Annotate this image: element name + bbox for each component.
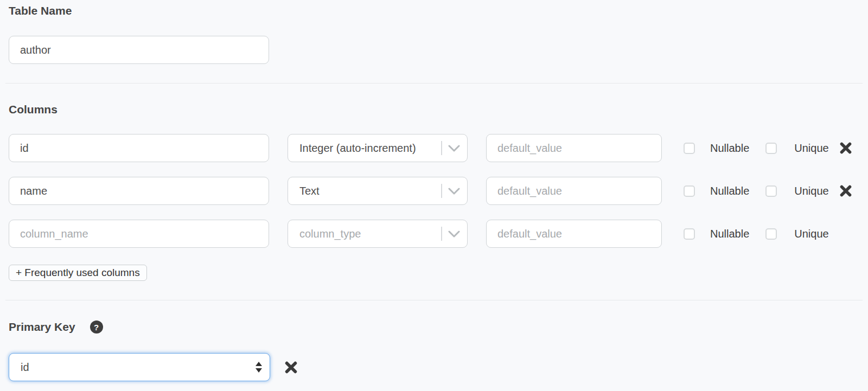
unique-checkbox[interactable] <box>765 143 777 154</box>
column-type-value: Text <box>299 185 320 197</box>
default-value-input[interactable] <box>486 177 662 205</box>
x-cross-icon <box>839 184 853 197</box>
table-name-heading: Table Name <box>0 4 868 17</box>
column-name-input[interactable] <box>9 177 269 205</box>
section-divider <box>5 83 863 84</box>
unique-checkbox[interactable] <box>765 228 777 240</box>
nullable-label[interactable]: Nullable <box>710 185 749 197</box>
chevron-down-icon <box>448 145 460 152</box>
column-type-dropdown[interactable]: column_type <box>288 220 468 248</box>
dropdown-separator <box>441 141 442 155</box>
remove-column-button[interactable] <box>839 184 853 197</box>
column-row: column_type Nullable Unique <box>9 220 868 248</box>
column-rows: Integer (auto-increment) Nullable Unique… <box>9 134 868 248</box>
nullable-checkbox[interactable] <box>684 185 695 197</box>
column-type-dropdown[interactable]: Text <box>288 177 468 205</box>
column-name-input[interactable] <box>9 134 269 162</box>
primary-key-select[interactable]: id <box>9 353 270 381</box>
primary-key-heading-row: Primary Key ? <box>0 321 868 334</box>
default-value-input[interactable] <box>486 134 662 162</box>
column-type-dropdown[interactable]: Integer (auto-increment) <box>288 134 468 162</box>
select-up-down-arrows-icon <box>256 362 262 373</box>
dropdown-separator <box>441 227 442 241</box>
primary-key-heading: Primary Key <box>9 321 75 334</box>
primary-key-row: id <box>9 353 868 381</box>
column-name-input[interactable] <box>9 220 269 248</box>
frequently-used-columns-button[interactable]: + Frequently used columns <box>9 265 147 281</box>
column-type-value: Integer (auto-increment) <box>299 142 416 155</box>
unique-checkbox[interactable] <box>765 185 777 197</box>
table-name-input[interactable] <box>9 36 269 64</box>
section-divider <box>5 300 863 300</box>
x-cross-icon <box>284 361 298 374</box>
nullable-label[interactable]: Nullable <box>710 228 749 240</box>
unique-label[interactable]: Unique <box>794 228 828 240</box>
default-value-input[interactable] <box>486 220 662 248</box>
column-type-placeholder: column_type <box>299 228 361 240</box>
help-icon[interactable]: ? <box>90 321 103 334</box>
create-table-form: Table Name Columns Integer (auto-increme… <box>0 0 868 391</box>
chevron-down-icon <box>448 230 460 238</box>
nullable-label[interactable]: Nullable <box>710 142 749 155</box>
unique-label[interactable]: Unique <box>794 185 828 197</box>
x-cross-icon <box>839 142 853 155</box>
column-row: Text Nullable Unique <box>9 177 868 205</box>
columns-heading: Columns <box>0 103 868 116</box>
column-row: Integer (auto-increment) Nullable Unique <box>9 134 868 162</box>
nullable-checkbox[interactable] <box>684 228 695 240</box>
dropdown-separator <box>441 184 442 198</box>
nullable-checkbox[interactable] <box>684 143 695 154</box>
chevron-down-icon <box>448 188 460 195</box>
remove-primary-key-button[interactable] <box>284 361 298 374</box>
unique-label[interactable]: Unique <box>794 142 828 155</box>
remove-column-button[interactable] <box>839 142 853 155</box>
primary-key-selected-value: id <box>21 361 29 374</box>
